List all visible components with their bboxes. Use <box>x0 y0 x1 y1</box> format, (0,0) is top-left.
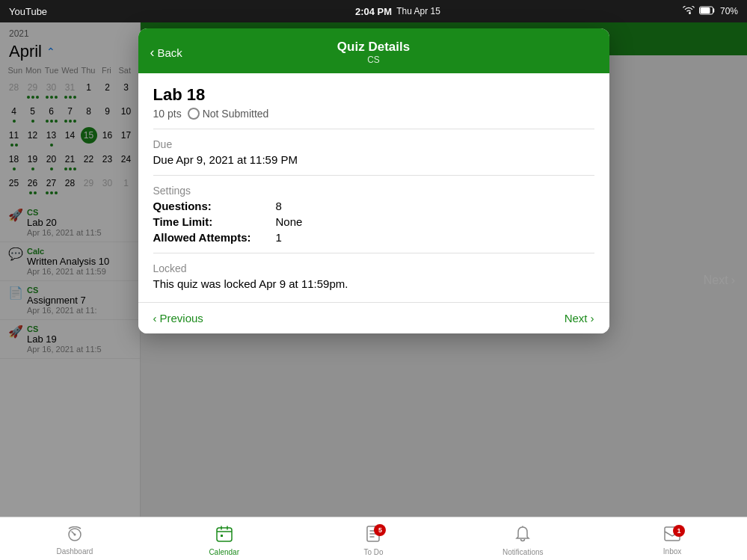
todo-badge: 5 <box>374 524 386 536</box>
allowed-attempts-value: 1 <box>276 231 282 244</box>
next-button[interactable]: Next › <box>565 312 594 324</box>
locked-text: This quiz was locked Apr 9 at 11:59pm. <box>153 277 594 290</box>
status-date: Thu Apr 15 <box>396 6 440 16</box>
status-circle-icon <box>188 108 200 120</box>
svg-rect-1 <box>700 7 710 13</box>
tab-todo-label: To Do <box>363 548 383 556</box>
divider-3 <box>153 253 594 253</box>
divider-2 <box>153 175 594 176</box>
time-limit-value: None <box>276 215 303 228</box>
due-section-label: Due <box>153 138 594 150</box>
tab-todo[interactable]: 5 To Do <box>299 521 449 556</box>
allowed-attempts-row: Allowed Attempts: 1 <box>153 231 594 244</box>
svg-rect-4 <box>217 528 232 541</box>
todo-icon: 5 <box>365 526 381 546</box>
status-time: 2:04 PM <box>355 6 392 17</box>
questions-label: Questions: <box>153 200 273 212</box>
back-button[interactable]: ‹ Back <box>150 45 182 61</box>
modal-body: Lab 18 10 pts Not Submitted Due Due Apr … <box>138 73 609 302</box>
points-value: 10 pts <box>153 108 182 120</box>
quiz-details-modal: ‹ Back Quiz Details CS Lab 18 10 pts Not… <box>138 28 609 333</box>
modal-subtitle: CS <box>138 55 609 65</box>
settings-section-label: Settings <box>153 185 594 197</box>
status-bar: YouTube 2:04 PM Thu Apr 15 70% <box>0 0 747 22</box>
modal-header: ‹ Back Quiz Details CS <box>138 28 609 73</box>
points-row: 10 pts Not Submitted <box>153 108 594 120</box>
inbox-icon: 1 <box>664 526 680 545</box>
modal-title: Quiz Details <box>138 40 609 55</box>
tab-calendar[interactable]: Calendar <box>150 521 299 556</box>
due-value: Due Apr 9, 2021 at 11:59 PM <box>153 153 594 166</box>
battery-pct: 70% <box>720 6 738 16</box>
status-label: Not Submitted <box>203 108 269 120</box>
battery-icon <box>699 6 716 17</box>
next-chevron-icon: › <box>591 312 594 324</box>
questions-value: 8 <box>276 200 282 212</box>
tab-bar: Dashboard Calendar 5 To Do <box>0 517 747 560</box>
divider-1 <box>153 129 594 129</box>
tab-calendar-label: Calendar <box>209 548 239 556</box>
previous-button[interactable]: ‹ Previous <box>153 312 203 324</box>
tab-inbox[interactable]: 1 Inbox <box>597 522 747 556</box>
settings-table: Questions: 8 Time Limit: None Allowed At… <box>153 200 594 244</box>
time-limit-row: Time Limit: None <box>153 215 594 228</box>
tab-dashboard-label: Dashboard <box>56 547 93 556</box>
time-limit-label: Time Limit: <box>153 215 273 228</box>
tab-dashboard[interactable]: Dashboard <box>0 522 150 556</box>
dashboard-icon <box>67 526 83 545</box>
previous-label: Previous <box>160 312 203 324</box>
tab-inbox-label: Inbox <box>663 547 681 556</box>
status-bar-right: 70% <box>683 6 738 17</box>
svg-rect-5 <box>221 535 223 537</box>
inbox-badge: 1 <box>673 525 685 537</box>
status-badge: Not Submitted <box>188 108 269 120</box>
questions-row: Questions: 8 <box>153 200 594 212</box>
app-name: YouTube <box>9 6 47 17</box>
modal-footer: ‹ Previous Next › <box>138 302 609 333</box>
previous-chevron-icon: ‹ <box>153 312 157 324</box>
back-label: Back <box>158 46 182 59</box>
modal-title-block: Quiz Details CS <box>138 40 609 65</box>
modal-overlay: ‹ Back Quiz Details CS Lab 18 10 pts Not… <box>0 22 747 517</box>
tab-notifications-label: Notifications <box>502 548 543 556</box>
allowed-attempts-label: Allowed Attempts: <box>153 231 273 244</box>
assignment-title: Lab 18 <box>153 85 594 105</box>
tab-notifications[interactable]: Notifications <box>448 521 597 556</box>
back-chevron-icon: ‹ <box>150 45 155 61</box>
wifi-icon <box>683 6 695 17</box>
bell-icon <box>515 526 530 546</box>
svg-point-3 <box>73 534 76 536</box>
calendar-icon <box>216 526 233 546</box>
status-bar-left: YouTube <box>9 6 47 17</box>
locked-section-label: Locked <box>153 262 594 274</box>
next-label: Next <box>565 312 588 324</box>
